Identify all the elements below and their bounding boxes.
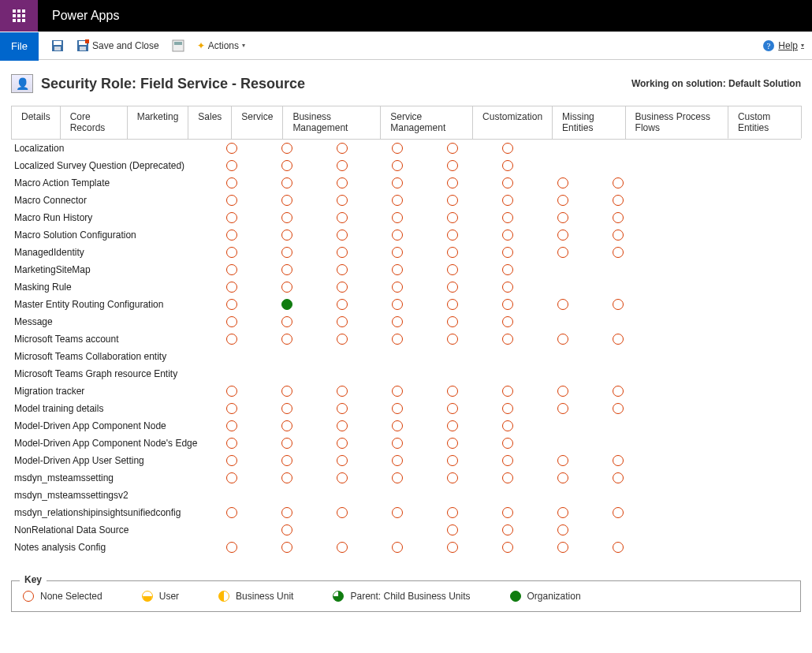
- app-launcher-button[interactable]: [0, 0, 38, 32]
- privilege-toggle[interactable]: [259, 264, 315, 276]
- privilege-toggle[interactable]: [535, 455, 590, 467]
- privilege-toggle[interactable]: [259, 542, 315, 554]
- privilege-toggle[interactable]: [535, 229, 590, 241]
- privilege-toggle[interactable]: [259, 438, 315, 450]
- privilege-toggle[interactable]: [425, 403, 480, 415]
- privilege-toggle[interactable]: [425, 212, 480, 224]
- privilege-toggle[interactable]: [370, 420, 425, 432]
- privilege-toggle[interactable]: [315, 334, 370, 345]
- privilege-toggle[interactable]: [590, 403, 646, 415]
- privilege-toggle[interactable]: [259, 299, 315, 311]
- privilege-toggle[interactable]: [315, 160, 370, 172]
- privilege-toggle[interactable]: [259, 507, 315, 519]
- privilege-toggle[interactable]: [480, 472, 535, 484]
- tab-customization[interactable]: Customization: [472, 106, 553, 139]
- privilege-toggle[interactable]: [315, 195, 370, 207]
- privilege-toggle[interactable]: [204, 160, 259, 172]
- privilege-toggle[interactable]: [425, 542, 480, 554]
- privilege-toggle[interactable]: [480, 386, 535, 397]
- privilege-toggle[interactable]: [425, 386, 480, 397]
- privilege-toggle[interactable]: [259, 143, 315, 155]
- privilege-toggle[interactable]: [259, 247, 315, 259]
- privilege-toggle[interactable]: [370, 403, 425, 415]
- privilege-toggle[interactable]: [425, 334, 480, 345]
- privilege-toggle[interactable]: [259, 160, 315, 172]
- privilege-toggle[interactable]: [480, 438, 535, 450]
- privilege-toggle[interactable]: [204, 282, 259, 293]
- privilege-toggle[interactable]: [590, 542, 646, 554]
- privilege-toggle[interactable]: [204, 195, 259, 207]
- privilege-toggle[interactable]: [590, 386, 646, 397]
- file-menu-button[interactable]: File: [0, 32, 39, 61]
- privilege-toggle[interactable]: [425, 195, 480, 207]
- save-button[interactable]: [45, 32, 70, 60]
- tab-sales[interactable]: Sales: [188, 106, 232, 139]
- privilege-toggle[interactable]: [370, 143, 425, 155]
- privilege-toggle[interactable]: [259, 282, 315, 293]
- privilege-toggle[interactable]: [425, 455, 480, 467]
- privilege-toggle[interactable]: [370, 386, 425, 397]
- privilege-toggle[interactable]: [425, 177, 480, 189]
- privilege-toggle[interactable]: [535, 195, 590, 207]
- privilege-toggle[interactable]: [480, 264, 535, 276]
- privilege-toggle[interactable]: [259, 386, 315, 397]
- privilege-toggle[interactable]: [425, 472, 480, 484]
- privilege-toggle[interactable]: [480, 299, 535, 311]
- privilege-toggle[interactable]: [425, 299, 480, 311]
- privilege-toggle[interactable]: [204, 438, 259, 450]
- privilege-toggle[interactable]: [535, 507, 590, 519]
- privilege-toggle[interactable]: [315, 403, 370, 415]
- privilege-toggle[interactable]: [425, 229, 480, 241]
- privilege-toggle[interactable]: [259, 334, 315, 345]
- privilege-toggle[interactable]: [370, 299, 425, 311]
- privilege-toggle[interactable]: [204, 247, 259, 259]
- actions-menu-button[interactable]: ✦ Actions ▾: [191, 32, 251, 60]
- privilege-toggle[interactable]: [204, 334, 259, 345]
- privilege-toggle[interactable]: [370, 247, 425, 259]
- privilege-toggle[interactable]: [535, 334, 590, 345]
- privilege-toggle[interactable]: [315, 143, 370, 155]
- privilege-toggle[interactable]: [315, 247, 370, 259]
- privilege-toggle[interactable]: [204, 507, 259, 519]
- privilege-toggle[interactable]: [370, 177, 425, 189]
- privilege-toggle[interactable]: [315, 472, 370, 484]
- privilege-toggle[interactable]: [590, 195, 646, 207]
- privilege-toggle[interactable]: [204, 316, 259, 328]
- privilege-toggle[interactable]: [590, 247, 646, 259]
- tab-details[interactable]: Details: [11, 106, 61, 139]
- privilege-toggle[interactable]: [315, 438, 370, 450]
- privilege-toggle[interactable]: [480, 160, 535, 172]
- tab-business-process-flows[interactable]: Business Process Flows: [625, 106, 728, 139]
- privilege-toggle[interactable]: [370, 195, 425, 207]
- privilege-toggle[interactable]: [535, 212, 590, 224]
- privilege-toggle[interactable]: [204, 455, 259, 467]
- privilege-toggle[interactable]: [425, 438, 480, 450]
- privilege-toggle[interactable]: [425, 524, 480, 536]
- privilege-toggle[interactable]: [204, 386, 259, 397]
- tab-missing-entities[interactable]: Missing Entities: [552, 106, 626, 139]
- privilege-toggle[interactable]: [204, 143, 259, 155]
- privilege-toggle[interactable]: [590, 507, 646, 519]
- privilege-toggle[interactable]: [370, 282, 425, 293]
- privilege-toggle[interactable]: [590, 334, 646, 345]
- tab-service-management[interactable]: Service Management: [380, 106, 473, 139]
- privilege-toggle[interactable]: [259, 195, 315, 207]
- privilege-toggle[interactable]: [480, 542, 535, 554]
- privilege-toggle[interactable]: [204, 299, 259, 311]
- privilege-toggle[interactable]: [590, 177, 646, 189]
- privilege-toggle[interactable]: [480, 247, 535, 259]
- privilege-toggle[interactable]: [259, 212, 315, 224]
- privilege-toggle[interactable]: [315, 386, 370, 397]
- privilege-toggle[interactable]: [535, 542, 590, 554]
- tab-business-management[interactable]: Business Management: [282, 106, 381, 139]
- privilege-toggle[interactable]: [204, 542, 259, 554]
- tab-marketing[interactable]: Marketing: [127, 106, 189, 139]
- privilege-toggle[interactable]: [425, 247, 480, 259]
- privilege-toggle[interactable]: [259, 177, 315, 189]
- privilege-toggle[interactable]: [259, 472, 315, 484]
- privilege-toggle[interactable]: [590, 299, 646, 311]
- privilege-toggle[interactable]: [480, 212, 535, 224]
- privilege-toggle[interactable]: [204, 177, 259, 189]
- privilege-toggle[interactable]: [204, 212, 259, 224]
- save-and-close-button[interactable]: Save and Close: [70, 32, 166, 60]
